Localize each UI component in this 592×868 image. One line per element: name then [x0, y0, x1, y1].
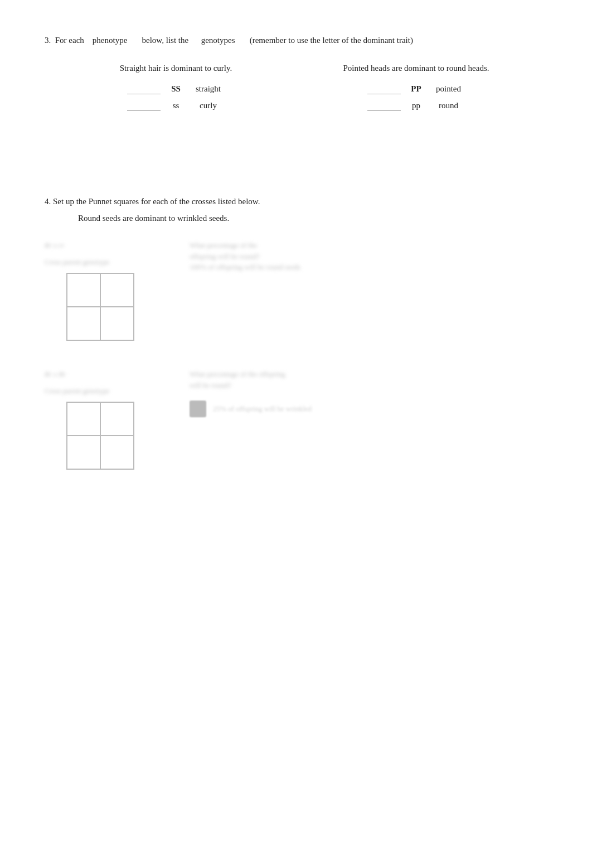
punnett-cell-1-4 [100, 307, 134, 340]
phenotype-pointed: pointed [432, 84, 465, 94]
punnett-cell-2-2 [100, 402, 134, 436]
punnett-2-wrinkled: 25% of offspring will be wrinkled [213, 404, 312, 413]
punnett-section-2: Rr x Rr Cross parent genotype What perce… [45, 369, 547, 470]
label-ss: ss [165, 101, 187, 110]
punnett-right-1: What percentage of the offspring will be… [190, 240, 547, 273]
phenotype-straight: straight [192, 84, 225, 94]
hair-description: Straight hair is dominant to curly. [78, 64, 274, 73]
genotype-table: Straight hair is dominant to curly. SS s… [78, 64, 514, 117]
punnett-1-question: What percentage of the offspring will be… [190, 240, 547, 273]
round-seeds-note: Round seeds are dominant to wrinkled see… [78, 214, 547, 223]
punnett-grid-1 [66, 273, 134, 341]
question-3-section: 3. For each phenotype below, list the ge… [45, 33, 547, 117]
cross-1-title: Cross parent genotype [45, 257, 109, 268]
pp-underline [367, 83, 401, 94]
cross-1-label: Rr x rr [45, 240, 64, 251]
pp-underline2 [367, 100, 401, 111]
genotype-group-heads: Pointed heads are dominant to round head… [318, 64, 514, 117]
ss-underline [127, 83, 161, 94]
punnett-grid-2 [66, 402, 134, 470]
genotype-row-PP: PP pointed [318, 83, 514, 94]
cross-2-label: Rr x Rr [45, 369, 66, 380]
punnett-right-2: What percentage of the offspring will be… [190, 369, 547, 417]
genotype-row-SS: SS straight [78, 83, 274, 94]
ss-underline2 [127, 100, 161, 111]
question-4-text: 4. Set up the Punnet squares for each of… [45, 195, 547, 208]
punnett-2-question: What percentage of the offspring will be… [190, 369, 547, 390]
punnett-left-2: Rr x Rr Cross parent genotype [45, 369, 156, 470]
question-4-section: 4. Set up the Punnet squares for each of… [45, 195, 547, 470]
label-SS: SS [165, 84, 187, 94]
genotype-group-hair: Straight hair is dominant to curly. SS s… [78, 64, 274, 117]
phenotype-round: round [432, 101, 465, 110]
genotype-row-pp: pp round [318, 100, 514, 111]
label-PP: PP [405, 84, 428, 94]
punnett-cell-2-3 [67, 436, 100, 469]
question-3-text: 3. For each phenotype below, list the ge… [45, 33, 547, 47]
punnett-cell-2-4 [100, 436, 134, 469]
punnett-cell-1-1 [67, 273, 100, 307]
punnett-cell-1-2 [100, 273, 134, 307]
punnett-cell-2-1 [67, 402, 100, 436]
punnett-left-1: Rr x rr Cross parent genotype [45, 240, 156, 341]
label-pp: pp [405, 101, 428, 110]
punnett-grid-wrapper-1 [66, 273, 134, 341]
punnett-grid-wrapper-2 [66, 402, 134, 470]
punnett-2-percent-box [190, 401, 206, 417]
cross-2-title: Cross parent genotype [45, 385, 109, 397]
punnett-section-1: Rr x rr Cross parent genotype What perce… [45, 240, 547, 341]
heads-description: Pointed heads are dominant to round head… [318, 64, 514, 73]
genotype-row-ss: ss curly [78, 100, 274, 111]
punnett-cell-1-3 [67, 307, 100, 340]
phenotype-curly: curly [192, 101, 225, 110]
